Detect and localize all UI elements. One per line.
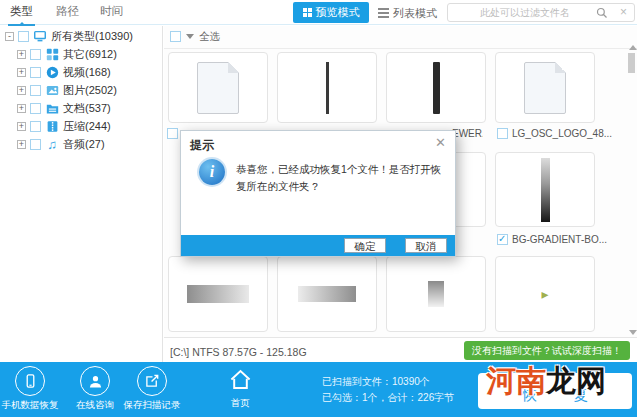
sidebar-item-label: 所有类型(10390) — [51, 29, 133, 44]
select-all-row: 全选 — [170, 30, 220, 43]
save-scan-button[interactable]: 保存扫描记录 — [120, 366, 184, 412]
file-name: EWER... — [452, 128, 483, 139]
file-card[interactable] — [386, 52, 486, 123]
file-type-tree: - 所有类型(10390) + 其它(6912) + 视频(168) + — [0, 26, 163, 362]
watermark-text: 河南 — [486, 364, 546, 397]
scrollbar-up-arrow[interactable] — [629, 45, 637, 50]
info-icon: i — [199, 159, 225, 185]
file-card[interactable] — [277, 256, 377, 332]
file-checkbox[interactable] — [497, 128, 508, 139]
preview-mode-button[interactable]: 预览模式 — [293, 2, 369, 23]
tab-type[interactable]: 类型 — [10, 4, 33, 19]
sidebar-item-video[interactable]: + 视频(168) — [17, 64, 111, 80]
sidebar-item-label: 其它(6912) — [63, 47, 117, 62]
expand-toggle[interactable]: + — [17, 140, 26, 149]
sidebar-item-images[interactable]: + 图片(2502) — [17, 82, 117, 98]
expand-toggle[interactable]: + — [17, 104, 26, 113]
sidebar-item-label: 文档(537) — [63, 101, 111, 116]
save-scan-label: 保存扫描记录 — [120, 399, 184, 412]
home-label: 首页 — [222, 397, 258, 410]
phone-recovery-label: 手机数据恢复 — [0, 399, 62, 412]
thin-line-thumbnail — [326, 62, 329, 114]
select-all-label: 全选 — [199, 30, 220, 44]
sidebar-item-all-types[interactable]: - 所有类型(10390) — [5, 28, 133, 44]
dialog-message: 恭喜您，已经成功恢复1个文件！是否打开恢复所在的文件夹？ — [236, 161, 442, 195]
selected-count: 已勾选：1个，合计：226字节 — [322, 390, 454, 406]
file-name-row: LG_OSC_LOGO_48... — [497, 127, 612, 140]
checkbox[interactable] — [30, 67, 41, 78]
cancel-button[interactable]: 取消 — [405, 238, 447, 253]
image-icon — [45, 84, 59, 97]
checkbox[interactable] — [30, 49, 41, 60]
archive-icon — [45, 120, 59, 133]
file-card[interactable] — [495, 52, 595, 123]
thick-line-thumbnail — [433, 62, 440, 114]
clear-search-icon[interactable]: × — [620, 5, 627, 19]
export-icon — [137, 366, 167, 396]
deep-scan-button[interactable]: 没有扫描到文件？试试深度扫描！ — [464, 341, 630, 360]
expand-toggle[interactable]: + — [17, 86, 26, 95]
checkbox[interactable] — [30, 139, 41, 150]
person-icon — [80, 366, 110, 396]
watermark-text: 龙网 — [546, 364, 606, 397]
file-name: BG-GRADIENT-BO... — [512, 234, 607, 245]
divider — [164, 48, 637, 49]
dialog-button-bar: 确定 取消 — [181, 235, 455, 256]
top-toolbar: 类型 路径 时间 预览模式 列表模式 × — [0, 0, 637, 25]
status-bar: [C:\] NTFS 87.57G - 125.18G 没有扫描到文件？试试深度… — [164, 337, 637, 362]
file-card[interactable]: ▸ — [495, 256, 595, 332]
sidebar-item-documents[interactable]: + 文档(537) — [17, 100, 111, 116]
video-icon — [45, 66, 59, 79]
tab-time[interactable]: 时间 — [100, 4, 123, 19]
file-name-row: BG-GRADIENT-BO... — [497, 233, 607, 246]
home-icon — [229, 369, 252, 390]
sidebar-item-audio[interactable]: + ♫ 音频(27) — [17, 136, 105, 152]
grid-view-icon — [303, 8, 312, 17]
home-button[interactable]: 首页 — [222, 369, 258, 410]
ok-button[interactable]: 确定 — [344, 238, 386, 253]
collapse-toggle[interactable]: - — [5, 32, 14, 41]
scrollbar-thumb[interactable] — [628, 53, 635, 73]
file-card[interactable] — [168, 52, 268, 123]
checkbox[interactable] — [30, 103, 41, 114]
gradient-thumbnail — [541, 158, 550, 222]
gradient-thumbnail — [428, 281, 444, 307]
checkbox[interactable] — [30, 85, 41, 96]
expand-toggle[interactable]: + — [17, 50, 26, 59]
select-all-checkbox[interactable] — [170, 31, 181, 42]
list-mode-label: 列表模式 — [393, 6, 437, 21]
file-card[interactable] — [168, 256, 268, 332]
phone-recovery-button[interactable]: 手机数据恢复 — [0, 366, 62, 412]
file-name: LG_OSC_LOGO_48... — [512, 128, 612, 139]
file-name-row — [167, 127, 178, 140]
phone-icon — [15, 366, 45, 396]
scan-stats: 已扫描到文件：10390个 已勾选：1个，合计：226字节 — [322, 374, 454, 406]
music-note-icon: ♫ — [45, 138, 59, 151]
scanned-count: 已扫描到文件：10390个 — [322, 374, 454, 390]
sidebar-item-label: 视频(168) — [63, 65, 111, 80]
file-card[interactable] — [277, 52, 377, 123]
search-input[interactable] — [450, 4, 600, 21]
checkbox[interactable] — [18, 31, 29, 42]
checkbox[interactable] — [30, 121, 41, 132]
expand-toggle[interactable]: + — [17, 68, 26, 77]
file-card[interactable] — [495, 152, 595, 227]
file-checkbox[interactable] — [167, 128, 178, 139]
apps-icon — [45, 48, 59, 61]
online-support-button[interactable]: 在线咨询 — [63, 366, 127, 412]
scrollbar-down-arrow[interactable] — [629, 330, 637, 335]
file-card[interactable] — [386, 256, 486, 332]
search-icon[interactable] — [596, 7, 608, 19]
close-icon[interactable]: ✕ — [435, 135, 446, 150]
file-checkbox-checked[interactable] — [497, 234, 508, 245]
app-window: 类型 路径 时间 预览模式 列表模式 × - 所有类型(103 — [0, 0, 637, 417]
sidebar-item-archives[interactable]: + 压缩(244) — [17, 118, 111, 134]
tab-path[interactable]: 路径 — [56, 4, 79, 19]
sidebar-item-others[interactable]: + 其它(6912) — [17, 46, 117, 62]
deep-scan-label: 没有扫描到文件？试试深度扫描！ — [472, 344, 622, 358]
online-support-label: 在线咨询 — [63, 399, 127, 412]
folder-icon — [45, 102, 59, 115]
list-mode-button[interactable]: 列表模式 — [378, 5, 437, 21]
chevron-down-icon[interactable] — [186, 34, 194, 39]
expand-toggle[interactable]: + — [17, 122, 26, 131]
